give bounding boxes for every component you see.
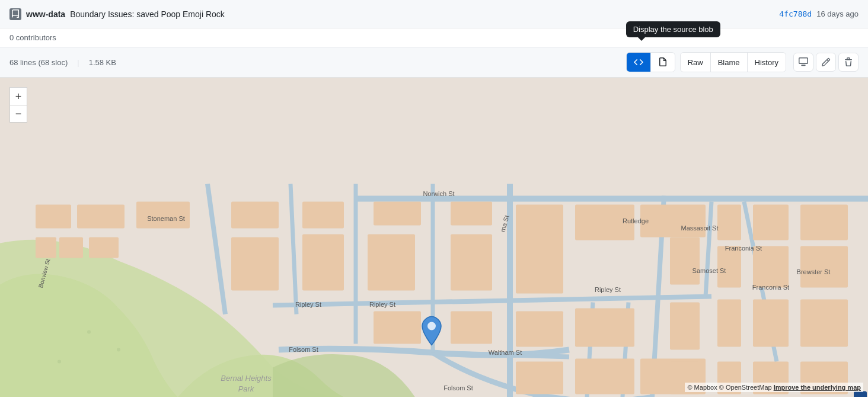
- svg-rect-21: [231, 238, 279, 291]
- svg-rect-17: [231, 202, 279, 229]
- contributors-label: contributors: [16, 33, 56, 42]
- commit-sha[interactable]: 4fc788d: [779, 9, 812, 18]
- commit-author[interactable]: www-data: [26, 9, 65, 19]
- repo-icon: [9, 8, 21, 20]
- svg-rect-41: [374, 312, 421, 344]
- svg-rect-44: [575, 359, 634, 394]
- raw-button[interactable]: Raw: [681, 53, 711, 72]
- improve-map-link[interactable]: Improve the underlying map: [774, 384, 861, 391]
- svg-text:Rutledge: Rutledge: [623, 217, 649, 224]
- svg-text:Massasoit St: Massasoit St: [681, 224, 719, 232]
- source-blob-button[interactable]: [627, 53, 651, 72]
- svg-rect-20: [451, 202, 492, 226]
- commit-time: 16 days ago: [816, 9, 859, 18]
- rendered-blob-button[interactable]: [651, 53, 675, 72]
- svg-rect-18: [302, 202, 344, 229]
- file-info: 68 lines (68 sloc) | 1.58 KB: [9, 58, 116, 67]
- svg-text:Ripley St: Ripley St: [295, 301, 321, 308]
- svg-rect-15: [77, 205, 125, 229]
- delete-button[interactable]: [838, 53, 859, 72]
- zoom-out-button[interactable]: −: [9, 105, 27, 123]
- svg-rect-19: [374, 202, 421, 226]
- map-container[interactable]: US Norwich St Stoneman St Bonview St Rip…: [0, 78, 868, 397]
- svg-text:Ripley St: Ripley St: [595, 286, 621, 293]
- svg-rect-39: [516, 312, 563, 347]
- svg-point-80: [427, 322, 436, 330]
- svg-text:Stoneman St: Stoneman St: [147, 215, 185, 222]
- svg-text:Bernal Heights: Bernal Heights: [221, 374, 272, 383]
- svg-point-55: [58, 360, 61, 364]
- svg-text:Brewster St: Brewster St: [797, 268, 831, 275]
- osm-attribution[interactable]: © OpenStreetMap: [719, 384, 772, 391]
- svg-rect-30: [753, 205, 789, 240]
- svg-text:Folsom St: Folsom St: [443, 384, 473, 391]
- svg-rect-25: [516, 205, 563, 294]
- contributors-bar: 0 contributors: [0, 28, 868, 47]
- svg-rect-31: [800, 205, 848, 240]
- view-toggle-group: [626, 52, 675, 72]
- history-button[interactable]: History: [748, 53, 786, 72]
- tooltip-container: Display the source blob: [626, 21, 720, 37]
- tooltip-text: Display the source blob: [633, 25, 713, 34]
- svg-rect-24: [451, 235, 492, 291]
- svg-point-53: [87, 330, 91, 334]
- action-buttons-group: Raw Blame History: [680, 52, 786, 72]
- contributors-count: 0: [9, 33, 14, 42]
- svg-rect-37: [753, 300, 789, 347]
- svg-rect-52: [89, 238, 119, 258]
- blame-button[interactable]: Blame: [711, 53, 748, 72]
- svg-rect-28: [670, 238, 700, 285]
- commit-right: 4fc788d 16 days ago: [779, 9, 859, 18]
- svg-rect-50: [36, 238, 56, 258]
- svg-text:Waltham St: Waltham St: [489, 349, 522, 356]
- svg-rect-22: [302, 235, 344, 291]
- tooltip-box: Display the source blob: [626, 21, 720, 37]
- svg-rect-23: [368, 235, 415, 291]
- svg-rect-51: [59, 238, 83, 258]
- map-controls: + −: [9, 87, 27, 123]
- svg-text:US: US: [856, 396, 864, 397]
- commit-message: Boundary Issues: saved Poop Emoji Rock: [70, 9, 225, 19]
- svg-rect-27: [640, 205, 706, 238]
- svg-rect-14: [36, 205, 71, 229]
- zoom-in-button[interactable]: +: [9, 87, 27, 105]
- toolbar-buttons: Display the source blob Raw Blame Histo: [626, 52, 859, 72]
- mapbox-attribution[interactable]: © Mapbox: [687, 384, 717, 391]
- divider: |: [77, 58, 79, 67]
- svg-text:Franconia St: Franconia St: [725, 245, 762, 252]
- desktop-button[interactable]: [793, 53, 813, 72]
- svg-rect-36: [717, 300, 741, 347]
- svg-text:Samoset St: Samoset St: [693, 267, 726, 274]
- svg-rect-35: [670, 303, 700, 350]
- map-attribution: © Mapbox © OpenStreetMap Improve the und…: [685, 383, 863, 392]
- svg-text:Park: Park: [238, 384, 255, 393]
- svg-rect-43: [516, 362, 563, 394]
- svg-rect-34: [800, 246, 848, 288]
- commit-left: www-data Boundary Issues: saved Poop Emo…: [9, 8, 225, 20]
- svg-text:Folsom St: Folsom St: [289, 346, 318, 353]
- commit-header: www-data Boundary Issues: saved Poop Emo…: [0, 0, 868, 28]
- svg-rect-33: [753, 246, 789, 288]
- svg-rect-29: [717, 205, 741, 240]
- edit-button[interactable]: [816, 53, 836, 72]
- svg-point-54: [117, 348, 120, 352]
- svg-rect-40: [575, 309, 634, 347]
- svg-text:Norwich St: Norwich St: [423, 190, 454, 197]
- map-svg: US Norwich St Stoneman St Bonview St Rip…: [0, 78, 868, 397]
- svg-rect-42: [451, 312, 492, 344]
- file-size: 1.58 KB: [89, 58, 116, 67]
- svg-text:Ripley St: Ripley St: [369, 301, 395, 308]
- file-toolbar: 68 lines (68 sloc) | 1.58 KB Display the…: [0, 47, 868, 78]
- file-lines: 68 lines (68 sloc): [9, 58, 68, 67]
- svg-rect-38: [800, 300, 848, 347]
- svg-text:Franconia St: Franconia St: [752, 284, 789, 291]
